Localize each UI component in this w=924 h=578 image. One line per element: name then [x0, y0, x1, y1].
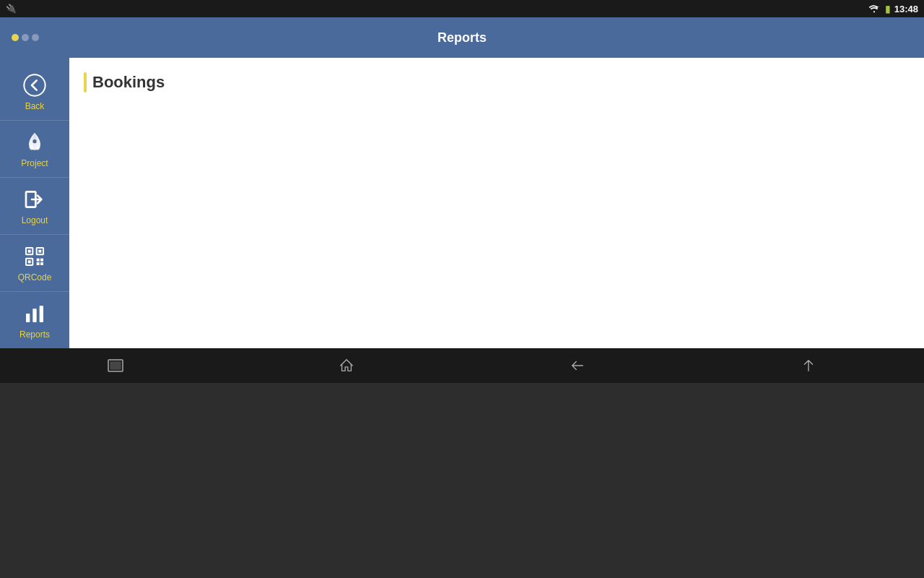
svg-rect-17 [40, 306, 43, 322]
status-bar: 🔌 ▮ 13:48 [0, 0, 924, 17]
sidebar-item-back[interactable]: Back [0, 64, 69, 121]
dot-2 [22, 34, 29, 41]
sidebar-item-qrcode[interactable]: QRCode [0, 235, 69, 292]
svg-rect-16 [32, 309, 36, 322]
back-arrow-icon [22, 72, 48, 98]
svg-point-0 [24, 74, 45, 95]
logout-icon [22, 186, 48, 212]
bar-chart-icon [22, 301, 48, 327]
wifi-icon [868, 3, 881, 15]
battery-icon: ▮ [885, 4, 890, 14]
dot-1 [12, 34, 19, 41]
content-area: Back Project Lo [0, 58, 924, 348]
back-label: Back [25, 101, 45, 111]
svg-rect-12 [40, 259, 43, 262]
back-button[interactable] [560, 351, 595, 380]
up-button[interactable] [791, 351, 826, 380]
svg-rect-19 [110, 362, 121, 369]
sidebar: Back Project Lo [0, 58, 69, 348]
svg-rect-8 [38, 250, 41, 253]
sidebar-item-logout[interactable]: Logout [0, 178, 69, 235]
loading-dots [12, 34, 39, 41]
svg-rect-14 [40, 262, 43, 265]
svg-rect-6 [28, 250, 31, 253]
qr-code-icon [22, 243, 48, 269]
page-title: Reports [437, 30, 487, 46]
rocket-icon [22, 129, 48, 155]
svg-rect-11 [37, 259, 40, 262]
dot-3 [32, 34, 39, 41]
svg-rect-10 [28, 260, 31, 263]
qrcode-label: QRCode [18, 272, 52, 282]
main-content: Bookings [69, 58, 924, 348]
logout-label: Logout [22, 215, 48, 225]
svg-point-3 [32, 139, 36, 143]
reports-label: Reports [19, 329, 50, 340]
time-display: 13:48 [894, 4, 918, 14]
home-button[interactable] [329, 351, 364, 380]
section-header: Bookings [84, 72, 910, 92]
bookings-title: Bookings [92, 73, 165, 92]
recents-button[interactable] [98, 351, 133, 380]
project-label: Project [21, 158, 48, 168]
sidebar-item-project[interactable]: Project [0, 121, 69, 178]
svg-rect-15 [26, 314, 30, 322]
usb-icon: 🔌 [6, 4, 17, 14]
svg-rect-13 [37, 262, 40, 265]
title-accent-bar [84, 72, 87, 92]
top-bar: Reports [0, 17, 924, 58]
bottom-nav [0, 348, 924, 383]
sidebar-item-reports[interactable]: Reports [0, 292, 69, 348]
